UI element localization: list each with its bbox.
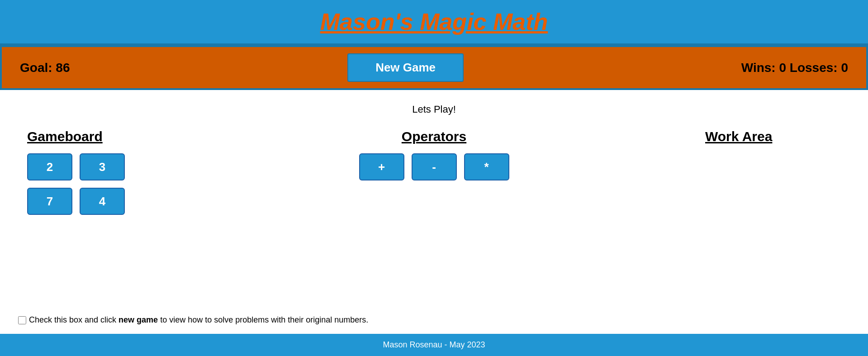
hint-checkbox[interactable] <box>18 316 26 324</box>
operator-multiply-button[interactable]: * <box>464 153 509 180</box>
toolbar: Goal: 86 New Game Wins: 0 Losses: 0 <box>0 45 868 90</box>
workarea-title: Work Area <box>705 129 772 144</box>
checkbox-label: Check this box and click new game to vie… <box>29 315 368 325</box>
operator-subtract-button[interactable]: - <box>412 153 457 180</box>
main-content: Lets Play! Gameboard 2 3 7 4 Operators +… <box>0 90 868 334</box>
header: Mason's Magic Math <box>0 0 868 45</box>
footer-text: Mason Rosenau - May 2023 <box>383 340 485 349</box>
app-title: Mason's Magic Math <box>320 9 548 35</box>
gameboard-tile-0[interactable]: 2 <box>27 153 72 180</box>
operators-row: + - * <box>359 153 509 180</box>
gameboard-tile-2[interactable]: 7 <box>27 188 72 215</box>
gameboard-tile-3[interactable]: 4 <box>80 188 125 215</box>
goal-display: Goal: 86 <box>20 61 70 75</box>
footer: Mason Rosenau - May 2023 <box>0 334 868 356</box>
score-display: Wins: 0 Losses: 0 <box>741 61 848 75</box>
gameboard-grid: 2 3 7 4 <box>27 153 125 215</box>
operators-section: Operators + - * <box>357 129 511 180</box>
workarea-section: Work Area <box>705 129 841 153</box>
game-sections: Gameboard 2 3 7 4 Operators + - * Work A… <box>18 129 850 302</box>
operator-add-button[interactable]: + <box>359 153 404 180</box>
operators-title: Operators <box>402 129 466 144</box>
gameboard-tile-1[interactable]: 3 <box>80 153 125 180</box>
new-game-button[interactable]: New Game <box>347 53 464 82</box>
checkbox-row: Check this box and click new game to vie… <box>18 315 850 325</box>
status-text: Lets Play! <box>18 104 850 115</box>
gameboard-section: Gameboard 2 3 7 4 <box>27 129 163 215</box>
gameboard-title: Gameboard <box>27 129 103 144</box>
